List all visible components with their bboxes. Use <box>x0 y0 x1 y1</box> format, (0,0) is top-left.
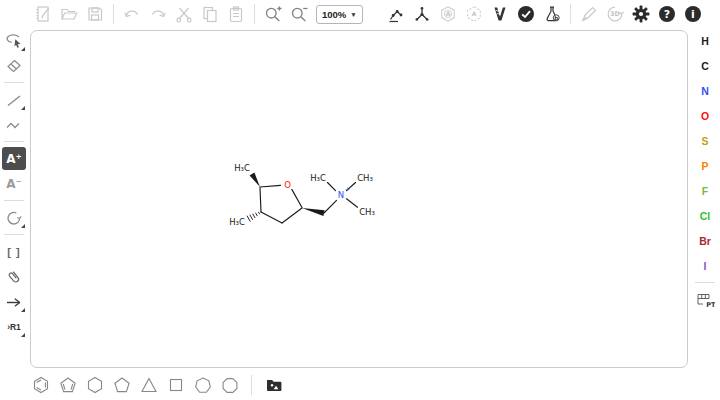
element-palette: H C N O S P F Cl Br I PT <box>690 28 720 312</box>
element-br-button[interactable]: Br <box>694 231 716 251</box>
cyclohexane-icon <box>85 375 105 395</box>
copy-button[interactable] <box>199 3 221 25</box>
charge-minus-button[interactable]: A⁻ <box>2 172 26 195</box>
cut-button[interactable] <box>173 3 195 25</box>
help-button[interactable]: ? <box>656 3 678 25</box>
drawing-canvas[interactable]: H₃C H₃C O N + H₃C CH₃ CH₃ <box>30 30 688 368</box>
template-cyclobutane-button[interactable] <box>165 374 187 396</box>
atom-label-n-methyl-topright[interactable]: CH₃ <box>357 173 373 183</box>
wedge-bond-c2-ch2[interactable] <box>302 208 325 216</box>
molecule[interactable]: H₃C H₃C O N + H₃C CH₃ CH₃ <box>229 163 375 228</box>
open-folder-icon <box>59 4 79 24</box>
element-f-button[interactable]: F <box>694 181 716 201</box>
recognize-button[interactable] <box>578 3 600 25</box>
layout-button[interactable] <box>385 3 407 25</box>
template-library-icon <box>264 375 284 395</box>
reaction-arrow-button[interactable] <box>2 290 26 313</box>
select-lasso-button[interactable] <box>2 29 26 52</box>
element-cl-button[interactable]: Cl <box>694 206 716 226</box>
paste-button[interactable] <box>225 3 247 25</box>
element-i-button[interactable]: I <box>694 256 716 276</box>
element-h-button[interactable]: H <box>694 31 716 51</box>
rotate-icon <box>4 208 24 228</box>
zoom-in-icon <box>263 4 283 24</box>
atom-label-n-methyl-bottomright[interactable]: CH₃ <box>359 207 375 217</box>
template-cycloheptane-button[interactable] <box>192 374 214 396</box>
cyclopentane-icon <box>112 375 132 395</box>
paste-icon <box>226 4 246 24</box>
chevron-down-icon: ▼ <box>350 11 356 18</box>
redo-button[interactable] <box>147 3 169 25</box>
benzene-icon <box>31 375 51 395</box>
chem-editor-app: 100% ▼ <box>0 0 720 400</box>
atom-label-nitrogen[interactable]: N <box>338 190 344 200</box>
help-glyph: ? <box>664 8 670 21</box>
viewer-3d-button[interactable]: 3D <box>604 3 626 25</box>
check-structure-icon <box>516 4 536 24</box>
reaction-arrow-icon <box>4 292 24 312</box>
zoom-level-value: 100% <box>322 9 346 20</box>
left-toolbar: A⁺ A⁻ [ ] ›R1 <box>0 28 28 339</box>
open-button[interactable] <box>58 3 80 25</box>
template-library-button[interactable] <box>263 374 285 396</box>
toolbar-divider <box>695 282 715 283</box>
element-c-button[interactable]: C <box>694 56 716 76</box>
ring-bonds[interactable] <box>260 183 358 224</box>
cyclooctane-icon <box>220 375 240 395</box>
undo-button[interactable] <box>121 3 143 25</box>
template-cyclohexane-button[interactable] <box>84 374 106 396</box>
element-s-button[interactable]: S <box>694 131 716 151</box>
zoom-out-button[interactable] <box>288 3 310 25</box>
copy-icon <box>200 4 220 24</box>
transform-rotate-button[interactable] <box>2 206 26 229</box>
aromatize-button[interactable]: A <box>437 3 459 25</box>
zoom-level-select[interactable]: 100% ▼ <box>316 5 363 24</box>
element-o-button[interactable]: O <box>694 106 716 126</box>
template-cyclopentane-button[interactable] <box>111 374 133 396</box>
periodic-table-button[interactable]: PT <box>693 288 717 311</box>
molecule-drawing: H₃C H₃C O N + H₃C CH₃ CH₃ <box>31 31 687 367</box>
toolbar-divider <box>251 375 252 395</box>
zoom-in-button[interactable] <box>262 3 284 25</box>
settings-button[interactable] <box>630 3 652 25</box>
aromatize-a-glyph: A <box>445 10 450 17</box>
charge-plus-button[interactable]: A⁺ <box>2 147 26 170</box>
rgroup-tool-button[interactable]: ›R1 <box>2 315 26 338</box>
element-p-button[interactable]: P <box>694 156 716 176</box>
template-benzene-button[interactable] <box>30 374 52 396</box>
atom-label-methyl-c4[interactable]: H₃C <box>229 217 245 227</box>
hash-bond-c4-methyl[interactable] <box>247 212 259 221</box>
erase-button[interactable] <box>2 54 26 77</box>
calculate-cip-button[interactable] <box>489 3 511 25</box>
new-document-button[interactable] <box>32 3 54 25</box>
threed-glyph: 3D <box>610 10 621 18</box>
dearomatize-button[interactable]: A <box>463 3 485 25</box>
analyse-b-glyph: b <box>554 15 558 21</box>
template-cyclooctane-button[interactable] <box>219 374 241 396</box>
element-n-button[interactable]: N <box>694 81 716 101</box>
calculated-values-button[interactable]: b <box>541 3 563 25</box>
wedge-bond-c5-methyl[interactable] <box>250 173 260 188</box>
toolbar-divider <box>4 200 24 201</box>
atom-label-n-methyl-left[interactable]: H₃C <box>310 173 326 183</box>
atom-label-methyl-c5[interactable]: H₃C <box>234 163 250 173</box>
save-button[interactable] <box>84 3 106 25</box>
template-cyclopropane-button[interactable] <box>138 374 160 396</box>
gear-icon <box>631 4 651 24</box>
toolbar-divider <box>4 82 24 83</box>
atom-label-ring-oxygen[interactable]: O <box>284 180 291 190</box>
clean-up-button[interactable] <box>411 3 433 25</box>
template-cyclopentadiene-button[interactable] <box>57 374 79 396</box>
dearomatize-icon: A <box>464 4 484 24</box>
atom-charge-plus[interactable]: + <box>345 185 350 192</box>
attach-sgroup-data-button[interactable] <box>2 265 26 288</box>
layout-icon <box>386 4 406 24</box>
sgroup-brackets-button[interactable]: [ ] <box>2 240 26 263</box>
check-structure-button[interactable] <box>515 3 537 25</box>
about-button[interactable]: i <box>682 3 704 25</box>
aromatize-icon: A <box>438 4 458 24</box>
dearomatize-a-glyph: A <box>471 10 476 17</box>
bond-tool-button[interactable] <box>2 88 26 111</box>
chain-tool-button[interactable] <box>2 113 26 136</box>
rotate-3d-icon: 3D <box>605 4 625 24</box>
